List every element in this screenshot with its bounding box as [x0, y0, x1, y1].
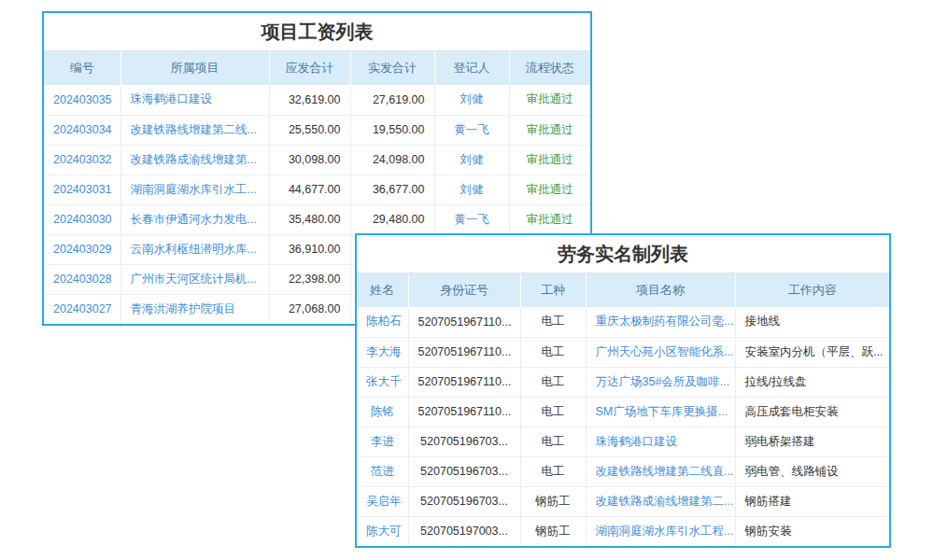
cell-work-content: 钢筋安装	[735, 516, 889, 546]
cell-project-link[interactable]: 改建铁路线增建第二线直...	[586, 456, 735, 486]
column-header-work-content: 工作内容	[735, 273, 889, 307]
cell-project-link[interactable]: 青海洪湖养护院项目	[120, 294, 269, 324]
cell-project-link[interactable]: 广州市天河区统计局机...	[120, 264, 269, 294]
cell-paid-total: 36,677.00	[350, 175, 434, 204]
cell-project-link[interactable]: 长春市伊通河水力发电...	[120, 204, 269, 234]
cell-work-content: 高压成套电柜安装	[735, 397, 889, 427]
cell-paid-total: 24,098.00	[350, 145, 434, 175]
cell-record-id[interactable]: 202403032	[44, 145, 120, 175]
cell-paid-total: 29,480.00	[350, 204, 434, 234]
cell-payable-total: 36,910.00	[269, 234, 350, 264]
cell-payable-total: 25,550.00	[269, 115, 350, 145]
cell-work-content: 弱电桥架搭建	[735, 427, 889, 456]
cell-project-link[interactable]: SM广场地下车库更换摄...	[586, 397, 735, 427]
cell-record-id[interactable]: 202403034	[44, 115, 120, 145]
cell-work-content: 弱电管、线路铺设	[735, 456, 889, 486]
cell-registrar[interactable]: 刘健	[434, 145, 509, 175]
table-row: 陈大可 520705197003... 钢筋工 湖南洞庭湖水库引水工程... 钢…	[357, 516, 889, 546]
cell-record-id[interactable]: 202403028	[44, 264, 120, 294]
cell-project-link[interactable]: 万达广场35#会所及咖啡...	[586, 367, 735, 397]
cell-record-id[interactable]: 202403035	[44, 85, 120, 115]
cell-worker-name[interactable]: 陈大可	[357, 516, 408, 546]
column-header-payable: 应发合计	[269, 51, 350, 85]
cell-work-type: 钢筋工	[520, 516, 586, 546]
cell-registrar[interactable]: 刘健	[434, 175, 509, 204]
cell-status: 审批通过	[509, 145, 590, 175]
table-row: 202403031 湖南洞庭湖水库引水工... 44,677.00 36,677…	[44, 175, 590, 204]
column-header-project-name: 项目名称	[586, 273, 735, 307]
cell-payable-total: 44,677.00	[269, 175, 350, 204]
cell-record-id[interactable]: 202403031	[44, 175, 120, 204]
table-row: 李进 520705196703... 电工 珠海鹤港口建设 弱电桥架搭建	[357, 427, 889, 456]
cell-project-link[interactable]: 珠海鹤港口建设	[586, 427, 735, 456]
cell-status: 审批通过	[509, 175, 590, 204]
cell-paid-total: 27,619.00	[350, 85, 434, 115]
cell-worker-name[interactable]: 吴启年	[357, 486, 408, 516]
cell-payable-total: 32,619.00	[269, 85, 350, 115]
cell-payable-total: 27,068.00	[269, 294, 350, 324]
cell-payable-total: 35,480.00	[269, 204, 350, 234]
cell-registrar[interactable]: 刘健	[434, 85, 509, 115]
table-row: 202403034 改建铁路线增建第二线... 25,550.00 19,550…	[44, 115, 590, 145]
column-header-id-number: 身份证号	[408, 273, 520, 307]
labor-list-window: 劳务实名制列表 姓名 身份证号 工种 项目名称 工作内容 陈柏石 5207051…	[355, 233, 891, 548]
cell-id-number: 520705196703...	[408, 427, 520, 456]
cell-project-link[interactable]: 云南水利枢纽潜明水库...	[120, 234, 269, 264]
cell-id-number: 5207051967110...	[408, 397, 520, 427]
labor-table: 姓名 身份证号 工种 项目名称 工作内容 陈柏石 5207051967110..…	[357, 273, 889, 546]
cell-work-type: 电工	[520, 397, 586, 427]
cell-work-type: 钢筋工	[520, 486, 586, 516]
cell-work-content: 拉线/拉线盘	[735, 367, 889, 397]
cell-id-number: 520705196703...	[408, 486, 520, 516]
cell-project-link[interactable]: 湖南洞庭湖水库引水工程...	[586, 516, 735, 546]
labor-header-row: 姓名 身份证号 工种 项目名称 工作内容	[357, 273, 889, 307]
cell-project-link[interactable]: 湖南洞庭湖水库引水工...	[120, 175, 269, 204]
cell-work-type: 电工	[520, 367, 586, 397]
cell-id-number: 5207051967110...	[408, 367, 520, 397]
cell-worker-name[interactable]: 李大海	[357, 337, 408, 367]
cell-status: 审批通过	[509, 115, 590, 145]
cell-work-content: 接地线	[735, 307, 889, 337]
labor-list-title: 劳务实名制列表	[357, 235, 889, 273]
table-row: 202403030 长春市伊通河水力发电... 35,480.00 29,480…	[44, 204, 590, 234]
cell-paid-total: 19,550.00	[350, 115, 434, 145]
cell-project-link[interactable]: 重庆太极制药有限公司毫...	[586, 307, 735, 337]
salary-list-title: 项目工资列表	[44, 13, 590, 51]
cell-registrar[interactable]: 黄一飞	[434, 115, 509, 145]
cell-record-id[interactable]: 202403029	[44, 234, 120, 264]
column-header-status: 流程状态	[509, 51, 590, 85]
cell-project-link[interactable]: 改建铁路成渝线增建第二...	[586, 486, 735, 516]
cell-worker-name[interactable]: 张大千	[357, 367, 408, 397]
cell-registrar[interactable]: 黄一飞	[434, 204, 509, 234]
column-header-paid: 实发合计	[350, 51, 434, 85]
cell-worker-name[interactable]: 陈柏石	[357, 307, 408, 337]
column-header-name: 姓名	[357, 273, 408, 307]
cell-work-content: 安装室内分机（平层、跃...	[735, 337, 889, 367]
column-header-id: 编号	[44, 51, 120, 85]
cell-record-id[interactable]: 202403030	[44, 204, 120, 234]
cell-project-link[interactable]: 改建铁路成渝线增建第...	[120, 145, 269, 175]
cell-work-type: 电工	[520, 337, 586, 367]
table-row: 陈铭 5207051967110... 电工 SM广场地下车库更换摄... 高压…	[357, 397, 889, 427]
cell-id-number: 5207051967110...	[408, 307, 520, 337]
cell-record-id[interactable]: 202403027	[44, 294, 120, 324]
cell-payable-total: 30,098.00	[269, 145, 350, 175]
cell-payable-total: 22,398.00	[269, 264, 350, 294]
cell-project-link[interactable]: 广州天心苑小区智能化系...	[586, 337, 735, 367]
cell-work-type: 电工	[520, 307, 586, 337]
salary-header-row: 编号 所属项目 应发合计 实发合计 登记人 流程状态	[44, 51, 590, 85]
cell-project-link[interactable]: 改建铁路线增建第二线...	[120, 115, 269, 145]
table-row: 吴启年 520705196703... 钢筋工 改建铁路成渝线增建第二... 钢…	[357, 486, 889, 516]
cell-id-number: 520705196703...	[408, 456, 520, 486]
column-header-registrar: 登记人	[434, 51, 509, 85]
table-row: 李大海 5207051967110... 电工 广州天心苑小区智能化系... 安…	[357, 337, 889, 367]
cell-id-number: 520705197003...	[408, 516, 520, 546]
cell-worker-name[interactable]: 李进	[357, 427, 408, 456]
column-header-project: 所属项目	[120, 51, 269, 85]
table-row: 202403035 珠海鹤港口建设 32,619.00 27,619.00 刘健…	[44, 85, 590, 115]
cell-worker-name[interactable]: 陈铭	[357, 397, 408, 427]
cell-project-link[interactable]: 珠海鹤港口建设	[120, 85, 269, 115]
cell-id-number: 5207051967110...	[408, 337, 520, 367]
cell-worker-name[interactable]: 范进	[357, 456, 408, 486]
column-header-work-type: 工种	[520, 273, 586, 307]
